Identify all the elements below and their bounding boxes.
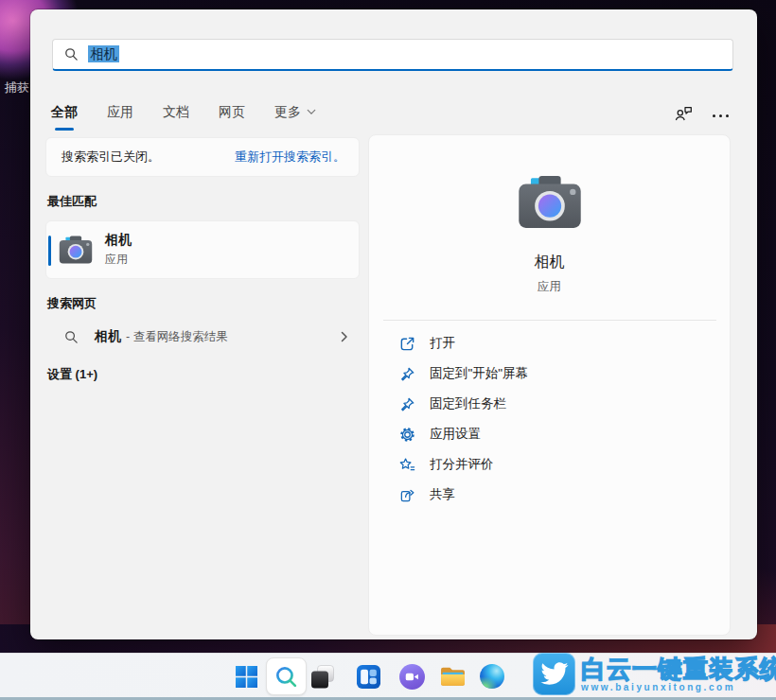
tab-documents[interactable]: 文档 [161, 100, 191, 131]
desktop: 捕获 相机 全部 应用 文档 网页 更多 [0, 0, 776, 700]
background-window-title: 捕获 [5, 79, 29, 96]
edge-button[interactable] [473, 657, 511, 695]
task-view-button[interactable] [304, 657, 342, 695]
file-explorer-icon [440, 666, 466, 687]
indexing-notice: 搜索索引已关闭。 重新打开搜索索引。 [45, 137, 360, 177]
search-icon [64, 47, 79, 61]
result-title: 相机 [105, 232, 132, 249]
web-query: 相机 [95, 328, 121, 345]
action-pin-to-taskbar[interactable]: 固定到任务栏 [398, 389, 730, 419]
search-flyout-panel: 相机 全部 应用 文档 网页 更多 搜索索引已关闭。 重新打开搜索索引。 [30, 9, 757, 639]
start-button[interactable] [227, 657, 265, 695]
tab-more[interactable]: 更多 [273, 99, 318, 131]
notice-text: 搜索索引已关闭。 [62, 149, 160, 166]
detail-app-subtitle: 应用 [538, 279, 561, 295]
gear-icon [398, 426, 415, 443]
selection-accent-bar [48, 236, 51, 266]
action-rate-review[interactable]: 打分并评价 [398, 449, 730, 480]
edge-browser-icon [480, 664, 504, 689]
taskbar-search-button[interactable] [266, 657, 307, 695]
widgets-button[interactable] [349, 657, 387, 695]
action-open[interactable]: 打开 [398, 328, 730, 359]
settings-heading: 设置 (1+) [47, 366, 360, 383]
camera-app-icon-large [518, 175, 582, 233]
feedback-icon[interactable] [674, 104, 694, 123]
search-input[interactable]: 相机 [52, 39, 733, 71]
app-action-list: 打开 固定到"开始"屏幕 固定到任务栏 [369, 321, 730, 510]
watermark: 白云一键重装系统 www.baiyunxitong.com [533, 653, 776, 695]
best-match-result-camera[interactable]: 相机 应用 [45, 220, 360, 279]
app-detail-pane: 相机 应用 打开 固定到" [368, 134, 731, 636]
pin-icon [398, 395, 415, 412]
chevron-down-icon [307, 103, 316, 118]
watermark-title: 白云一键重装系统 [581, 656, 776, 682]
results-column: 搜索索引已关闭。 重新打开搜索索引。 最佳匹配 [45, 137, 360, 383]
share-icon [398, 486, 415, 503]
web-search-heading: 搜索网页 [47, 295, 360, 312]
search-icon [64, 330, 79, 344]
search-query-text: 相机 [88, 45, 119, 62]
web-search-result[interactable]: 相机 - 查看网络搜索结果 [45, 320, 360, 354]
tab-apps[interactable]: 应用 [105, 100, 135, 131]
camera-app-icon [59, 236, 93, 264]
teams-chat-icon [399, 664, 425, 690]
windows-logo-icon [236, 666, 257, 688]
web-query-desc: - 查看网络搜索结果 [126, 329, 341, 345]
detail-app-title: 相机 [535, 253, 565, 272]
tab-web[interactable]: 网页 [217, 100, 247, 131]
widgets-icon [357, 665, 380, 689]
rate-star-icon [398, 456, 415, 473]
more-options-icon[interactable] [713, 111, 729, 117]
action-pin-to-start[interactable]: 固定到"开始"屏幕 [398, 359, 730, 389]
pin-icon [398, 365, 415, 382]
reenable-indexing-link[interactable]: 重新打开搜索索引。 [235, 149, 345, 166]
search-gradient-icon [273, 664, 299, 690]
chat-button[interactable] [393, 657, 431, 695]
open-icon [398, 335, 415, 352]
search-filter-tabs: 全部 应用 文档 网页 更多 [49, 99, 344, 131]
action-app-settings[interactable]: 应用设置 [398, 419, 730, 449]
action-share[interactable]: 共享 [398, 480, 730, 510]
bird-logo-icon [533, 653, 575, 695]
best-match-heading: 最佳匹配 [47, 193, 360, 210]
watermark-url: www.baiyunxitong.com [581, 682, 776, 692]
chevron-right-icon [341, 331, 348, 342]
tab-all[interactable]: 全部 [49, 100, 79, 131]
file-explorer-button[interactable] [433, 657, 471, 695]
result-subtitle: 应用 [105, 252, 132, 268]
task-view-icon [310, 664, 335, 689]
